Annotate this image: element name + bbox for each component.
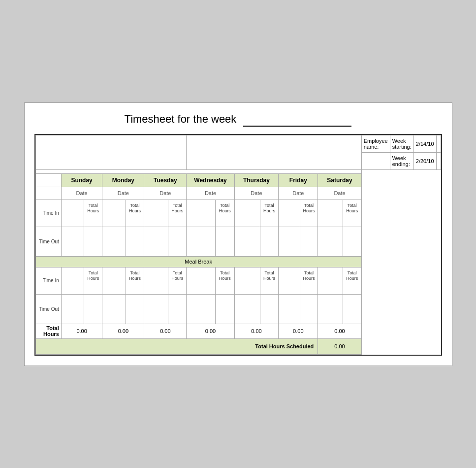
week-ending-label: Week ending:: [390, 152, 413, 169]
total-scheduled-row: Total Hours Scheduled 0.00: [35, 338, 441, 354]
time-in-label-1: Time In: [35, 200, 61, 227]
wednesday-timeout-2[interactable]: [187, 294, 216, 324]
saturday-total: 0.00: [318, 324, 361, 338]
sunday-totalhours-1: TotalHours: [84, 200, 102, 227]
tuesday-total: 0.00: [144, 324, 187, 338]
total-scheduled-value: 0.00: [318, 338, 361, 354]
monday-timein-2[interactable]: [102, 267, 126, 294]
wednesday-header: Wednesday: [187, 173, 234, 187]
friday-total: 0.00: [279, 324, 318, 338]
sunday-date[interactable]: Date: [61, 187, 102, 200]
friday-header: Friday: [279, 173, 318, 187]
saturday-totalhours-2: TotalHours: [343, 267, 361, 294]
total-hours-row: Total Hours 0.00 0.00 0.00 0.00 0.00 0.0…: [35, 324, 441, 338]
meal-break-label: Meal Break: [35, 256, 361, 267]
thursday-timeout-1[interactable]: [234, 227, 260, 256]
friday-timeout-1[interactable]: [279, 227, 300, 256]
tuesday-timeout-2[interactable]: [144, 294, 168, 324]
sunday-timein-1[interactable]: [61, 200, 84, 227]
saturday-timeout-1[interactable]: [318, 227, 343, 256]
friday-timein-1[interactable]: [279, 200, 300, 227]
monday-header: Monday: [102, 173, 144, 187]
time-out-row-1: Time Out: [35, 227, 441, 256]
week-ending-value: 2/20/10: [413, 152, 436, 169]
saturday-timein-1[interactable]: [318, 200, 343, 227]
thursday-totalhours-2: TotalHours: [260, 267, 279, 294]
monday-timein-1[interactable]: [102, 200, 126, 227]
friday-date[interactable]: Date: [279, 187, 318, 200]
monday-date[interactable]: Date: [102, 187, 144, 200]
sunday-timein-2[interactable]: [61, 267, 84, 294]
wednesday-totalhours-2: TotalHours: [216, 267, 235, 294]
wednesday-timein-2[interactable]: [187, 267, 216, 294]
saturday-timeout-2[interactable]: [318, 294, 343, 324]
sunday-total: 0.00: [61, 324, 102, 338]
thursday-date[interactable]: Date: [234, 187, 279, 200]
time-in-row-1: Time In TotalHours TotalHours TotalHours…: [35, 200, 441, 227]
monday-totalhours-1: TotalHours: [126, 200, 144, 227]
monday-total: 0.00: [102, 324, 144, 338]
sunday-timeout-2[interactable]: [61, 294, 84, 324]
wednesday-timein-1[interactable]: [187, 200, 216, 227]
thursday-timein-1[interactable]: [234, 200, 260, 227]
meal-break-header: Meal Break: [35, 256, 441, 267]
friday-timein-2[interactable]: [279, 267, 300, 294]
wednesday-totalhours-1: TotalHours: [216, 200, 235, 227]
tuesday-totalhours-1: TotalHours: [168, 200, 187, 227]
employee-name-label: Employee name:: [361, 135, 390, 152]
tuesday-date[interactable]: Date: [144, 187, 187, 200]
friday-totalhours-1: TotalHours: [300, 200, 318, 227]
tuesday-header: Tuesday: [144, 173, 187, 187]
monday-timeout-2[interactable]: [102, 294, 126, 324]
thursday-totalhours-1: TotalHours: [260, 200, 279, 227]
tuesday-timein-1[interactable]: [144, 200, 168, 227]
page-title: Timesheet for the week: [34, 113, 442, 129]
friday-totalhours-2: TotalHours: [300, 267, 318, 294]
spacer-row: [35, 169, 441, 173]
time-in-row-2: Time In TotalHours TotalHours TotalHours…: [35, 267, 441, 294]
saturday-totalhours-1: TotalHours: [343, 200, 361, 227]
thursday-timeout-2[interactable]: [234, 294, 260, 324]
wednesday-total: 0.00: [187, 324, 234, 338]
saturday-timein-2[interactable]: [318, 267, 343, 294]
thursday-total: 0.00: [234, 324, 279, 338]
sunday-totalhours-2: TotalHours: [84, 267, 102, 294]
friday-timeout-2[interactable]: [279, 294, 300, 324]
total-scheduled-label: Total Hours Scheduled: [35, 338, 318, 354]
tuesday-timein-2[interactable]: [144, 267, 168, 294]
tuesday-timeout-1[interactable]: [144, 227, 168, 256]
week-starting-value: 2/14/10: [413, 135, 436, 152]
wednesday-timeout-1[interactable]: [187, 227, 216, 256]
total-hours-label: Total Hours: [35, 324, 61, 338]
date-row: Date Date Date Date Date Date Date: [35, 187, 441, 200]
saturday-date[interactable]: Date: [318, 187, 361, 200]
week-starting-label: Week starting:: [390, 135, 413, 152]
time-out-label-2: Time Out: [35, 294, 61, 324]
thursday-header: Thursday: [234, 173, 279, 187]
saturday-header: Saturday: [318, 173, 361, 187]
timesheet-page: Timesheet for the week: [24, 102, 452, 366]
monday-totalhours-2: TotalHours: [126, 267, 144, 294]
tuesday-totalhours-2: TotalHours: [168, 267, 187, 294]
time-out-row-2: Time Out: [35, 294, 441, 324]
monday-timeout-1[interactable]: [102, 227, 126, 256]
sunday-timeout-1[interactable]: [61, 227, 84, 256]
day-header-row: Sunday Monday Tuesday Wednesday Thursday…: [35, 173, 441, 187]
thursday-timein-2[interactable]: [234, 267, 260, 294]
title-text: Timesheet for the week: [125, 113, 237, 125]
time-in-label-2: Time In: [35, 267, 61, 294]
wednesday-date[interactable]: Date: [187, 187, 234, 200]
sunday-header: Sunday: [61, 173, 102, 187]
time-out-label-1: Time Out: [35, 227, 61, 256]
title-underline: [243, 113, 351, 127]
